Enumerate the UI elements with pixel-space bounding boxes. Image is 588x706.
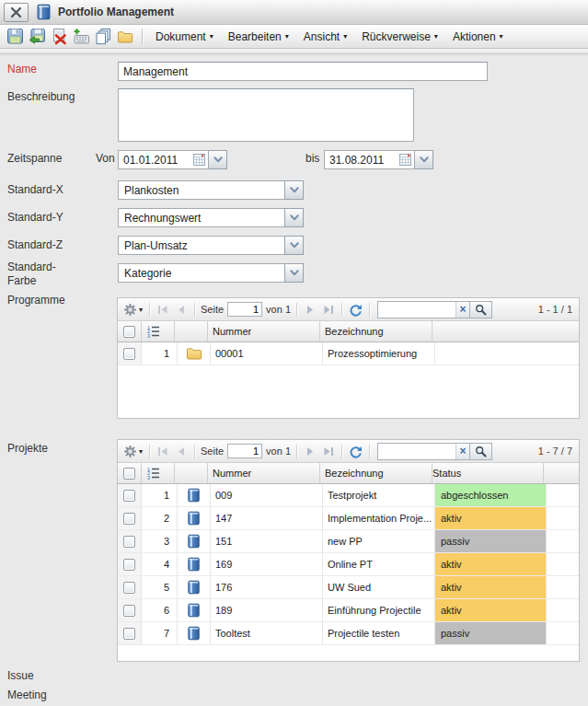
date-to-input[interactable] xyxy=(325,154,398,167)
copy-button[interactable] xyxy=(92,27,114,47)
table-row[interactable]: 1009Testprojektabgeschlossen xyxy=(118,484,579,507)
nav-last-icon xyxy=(322,446,335,457)
page-input[interactable] xyxy=(227,444,262,458)
standard-z-dropdown-button[interactable] xyxy=(284,236,304,255)
column-header-status[interactable]: Status xyxy=(432,463,544,483)
grid-settings-button[interactable]: ▾ xyxy=(122,303,144,317)
standard-farbe-value[interactable]: Kategorie xyxy=(118,263,284,283)
add-icon xyxy=(73,28,90,45)
menu-aktionen[interactable]: Aktionen▾ xyxy=(445,25,511,48)
cell-status: passiv xyxy=(435,622,547,644)
grid-settings-button[interactable]: ▾ xyxy=(122,445,144,458)
pager-separator xyxy=(194,445,195,458)
row-checkbox[interactable] xyxy=(123,490,135,502)
nav-first-button[interactable] xyxy=(156,305,170,315)
date-from-dropdown-button[interactable] xyxy=(209,150,227,169)
standard-x-dropdown-button[interactable] xyxy=(284,180,304,200)
menu-dokument[interactable]: Dokument▾ xyxy=(148,25,221,48)
menu-bearbeiten[interactable]: Bearbeiten▾ xyxy=(221,25,296,48)
row-checkbox[interactable] xyxy=(123,348,135,360)
standard-x-value[interactable]: Plankosten xyxy=(118,180,284,200)
list-numbered-icon: 123 xyxy=(146,325,160,338)
header-checkbox[interactable] xyxy=(123,326,135,338)
projekte-grid-pager: ▾Seitevon 1×1 - 7 / 7 xyxy=(118,440,579,463)
nav-first-button[interactable] xyxy=(156,446,170,457)
folder-icon xyxy=(186,346,202,361)
row-checkbox[interactable] xyxy=(123,628,135,640)
column-header-bezeichnung[interactable]: Bezeichnung xyxy=(320,321,432,341)
chevron-down-icon xyxy=(420,156,429,163)
nav-last-button[interactable] xyxy=(321,305,336,315)
standard-y-label: Standard-Y xyxy=(7,211,63,224)
caret-down-icon: ▾ xyxy=(434,32,438,41)
nav-prev-button[interactable] xyxy=(174,305,189,315)
row-type-icon-cell xyxy=(178,342,211,365)
cell-nummer: 169 xyxy=(211,553,323,575)
row-checkbox[interactable] xyxy=(123,582,135,594)
programme-grid-pager: ▾Seitevon 1×1 - 1 / 1 xyxy=(118,298,579,321)
search-input[interactable] xyxy=(378,302,455,318)
table-row[interactable]: 5176UW Suedaktiv xyxy=(118,576,579,599)
calendar-button[interactable] xyxy=(398,152,413,168)
standard-farbe-dropdown-button[interactable] xyxy=(284,263,304,283)
menu-label: Rückverweise xyxy=(362,30,431,43)
table-row[interactable]: 2147Implementation Proje...aktiv xyxy=(118,507,579,530)
caret-down-icon: ▾ xyxy=(343,32,347,41)
menu-rückverweise[interactable]: Rückverweise▾ xyxy=(354,25,445,48)
add-button[interactable] xyxy=(70,27,92,47)
search-button[interactable] xyxy=(469,302,491,318)
calendar-button[interactable] xyxy=(191,152,207,168)
row-checkbox[interactable] xyxy=(123,513,135,525)
save-button[interactable] xyxy=(4,27,26,47)
beschreibung-textarea[interactable] xyxy=(118,88,414,142)
status-badge: passiv xyxy=(435,530,546,552)
column-header-nummer[interactable]: Nummer xyxy=(208,321,320,341)
table-row[interactable]: 6189Einführung Projectileaktiv xyxy=(118,599,579,622)
nav-next-button[interactable] xyxy=(303,446,317,457)
cell-bezeichnung: Prozessoptimierung xyxy=(323,342,435,365)
date-to-dropdown-button[interactable] xyxy=(415,150,433,169)
row-index: 1 xyxy=(142,484,178,506)
delete-button[interactable] xyxy=(48,27,70,47)
date-from-input[interactable] xyxy=(119,154,191,167)
row-checkbox[interactable] xyxy=(123,605,135,617)
save-return-button[interactable] xyxy=(26,27,48,47)
table-row[interactable]: 3151new PPpassiv xyxy=(118,530,579,553)
window-title: Portfolio Management xyxy=(58,6,174,18)
refresh-button[interactable] xyxy=(348,445,363,458)
refresh-button[interactable] xyxy=(348,303,363,317)
column-header-nummer[interactable]: Nummer xyxy=(208,463,320,483)
row-type-icon-cell xyxy=(178,530,211,552)
nav-next-button[interactable] xyxy=(303,305,317,315)
issue-label: Issue xyxy=(7,669,34,682)
status-badge: passiv xyxy=(435,622,546,644)
bis-label: bis xyxy=(306,152,319,165)
menu-ansicht[interactable]: Ansicht▾ xyxy=(296,25,354,48)
divider-band xyxy=(0,52,588,55)
table-row[interactable]: 100001Prozessoptimierung xyxy=(118,342,579,365)
column-header-bezeichnung[interactable]: Bezeichnung xyxy=(320,463,432,483)
close-button[interactable] xyxy=(4,3,29,22)
standard-y-value[interactable]: Rechnungswert xyxy=(118,208,284,227)
nav-prev-button[interactable] xyxy=(174,446,189,457)
standard-y-dropdown-button[interactable] xyxy=(284,208,304,227)
table-row[interactable]: 4169Online PTaktiv xyxy=(118,553,579,576)
search-button[interactable] xyxy=(469,444,491,459)
header-checkbox[interactable] xyxy=(123,468,135,480)
folder-button[interactable] xyxy=(114,27,136,47)
name-input[interactable] xyxy=(118,62,488,81)
nav-last-button[interactable] xyxy=(321,446,336,457)
standard-z-value[interactable]: Plan-Umsatz xyxy=(118,236,284,255)
document-icon xyxy=(36,4,52,20)
clear-search-button[interactable]: × xyxy=(455,302,469,318)
book-icon xyxy=(187,603,201,618)
row-checkbox[interactable] xyxy=(123,536,135,548)
page-input[interactable] xyxy=(227,302,262,317)
table-row[interactable]: 7TooltestProjectile testenpassiv xyxy=(118,622,579,645)
empty-column-header xyxy=(544,463,579,483)
clear-search-button[interactable]: × xyxy=(455,444,469,459)
row-type-icon-cell xyxy=(178,484,211,506)
row-checkbox-cell xyxy=(118,530,142,552)
row-checkbox[interactable] xyxy=(123,559,135,571)
search-input[interactable] xyxy=(378,444,455,459)
